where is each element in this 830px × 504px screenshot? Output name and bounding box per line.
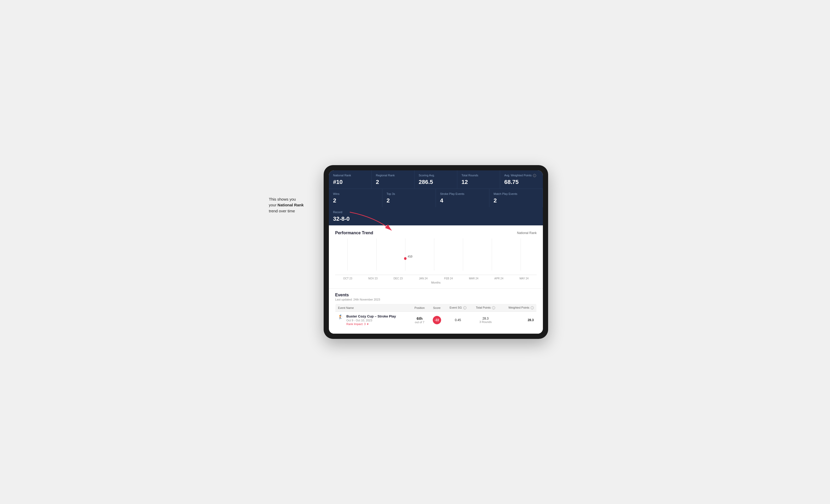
events-table-body: 🏌 Buster Cozy Cup – Stroke Play Oct 9 - … (336, 312, 537, 329)
annotation-line1: This shows you (269, 197, 296, 201)
stats-row-1: National Rank #10 Regional Rank 2 Scorin… (329, 170, 543, 189)
score-cell: -22 (429, 312, 445, 329)
month-oct23: OCT 23 (335, 277, 360, 280)
event-info: Buster Cozy Cup – Stroke Play Oct 9 - Oc… (346, 314, 396, 326)
annotation: This shows you your National Rank trend … (269, 196, 321, 214)
stat-scoring-avg: Scoring Avg. 286.5 (414, 170, 457, 189)
month-dec23: DEC 23 (385, 277, 411, 280)
chart-container: #10 (335, 238, 537, 275)
event-sg-cell: 0.45 (445, 312, 471, 329)
info-icon-sg: i (463, 306, 467, 309)
stat-match-play-events: Match Play Events 2 (489, 189, 543, 207)
annotation-line2: your (269, 203, 278, 207)
stat-top3s: Top 3s 2 (382, 189, 436, 207)
events-title: Events (335, 293, 537, 297)
event-date: Oct 9 - Oct 10, 2023 (346, 319, 396, 322)
col-event-sg: Event SG i (445, 304, 471, 312)
col-position: Position (411, 304, 429, 312)
section-title: Performance Trend (335, 231, 373, 235)
col-total-points: Total Points i (471, 304, 500, 312)
chart-months: OCT 23 NOV 23 DEC 23 JAN 24 FEB 24 MAR 2… (335, 276, 537, 280)
content-area: Performance Trend National Rank (329, 225, 543, 334)
annotation-highlight: National Rank (278, 203, 304, 207)
svg-point-8 (404, 257, 407, 260)
position-sub: out of 7 (413, 321, 426, 324)
month-may24: MAY 24 (512, 277, 537, 280)
month-apr24: APR 24 (486, 277, 512, 280)
stats-row-2: Wins 2 Top 3s 2 Stroke Play Events 4 Mat… (329, 189, 543, 226)
weighted-points-value: 28.3 (528, 318, 534, 322)
event-icon: 🏌 (338, 314, 343, 319)
tablet-screen: National Rank #10 Regional Rank 2 Scorin… (329, 170, 543, 334)
annotation-line3: trend over time (269, 209, 295, 213)
score-badge: -22 (433, 316, 441, 324)
position-cell: 6th out of 7 (411, 312, 429, 329)
performance-trend-section: Performance Trend National Rank (335, 231, 537, 284)
chart-label: National Rank (517, 231, 537, 235)
rank-impact-arrow: ▼ (366, 323, 369, 326)
event-name-cell: 🏌 Buster Cozy Cup – Stroke Play Oct 9 - … (336, 312, 411, 329)
stat-record: Record 32-8-0 (329, 207, 382, 225)
x-axis-label: Months (335, 281, 537, 284)
stat-regional-rank: Regional Rank 2 (372, 170, 414, 189)
total-points-rounds: 3 Rounds (474, 321, 498, 324)
events-table: Event Name Position Score Event SG i Tot… (335, 304, 537, 329)
section-divider (329, 288, 543, 289)
events-header-row: Event Name Position Score Event SG i Tot… (336, 304, 537, 312)
svg-text:#10: #10 (408, 255, 412, 258)
total-points-value: 28.3 (474, 317, 498, 321)
events-last-updated: Last updated: 24th November 2023 (335, 298, 537, 301)
month-feb24: FEB 24 (436, 277, 461, 280)
month-mar24: MAR 24 (461, 277, 486, 280)
chart-svg: #10 (335, 238, 537, 275)
weighted-points-cell: 28.3 (500, 312, 537, 329)
rank-impact: Rank Impact: 3 ▼ (346, 323, 396, 326)
page-wrapper: This shows you your National Rank trend … (272, 165, 558, 339)
position-main: 6th (413, 316, 426, 321)
total-points-cell: 28.3 3 Rounds (471, 312, 500, 329)
event-name: Buster Cozy Cup – Stroke Play (346, 314, 396, 318)
tablet-frame: National Rank #10 Regional Rank 2 Scorin… (324, 165, 548, 339)
month-jan24: JAN 24 (411, 277, 436, 280)
month-nov23: NOV 23 (360, 277, 386, 280)
col-weighted-points: Weighted Points i (500, 304, 537, 312)
stat-national-rank: National Rank #10 (329, 170, 372, 189)
event-cell-inner: 🏌 Buster Cozy Cup – Stroke Play Oct 9 - … (338, 314, 408, 326)
events-table-header: Event Name Position Score Event SG i Tot… (336, 304, 537, 312)
col-event-name: Event Name (336, 304, 411, 312)
stat-wins: Wins 2 (329, 189, 382, 207)
info-icon-avg-weighted: i (533, 174, 536, 177)
table-row: 🏌 Buster Cozy Cup – Stroke Play Oct 9 - … (336, 312, 537, 329)
stat-total-rounds: Total Rounds 12 (457, 170, 500, 189)
col-score: Score (429, 304, 445, 312)
info-icon-total: i (492, 306, 495, 309)
stat-avg-weighted-points: Avg. Weighted Points i 68.75 (500, 170, 543, 189)
section-header: Performance Trend National Rank (335, 231, 537, 235)
events-section: Events Last updated: 24th November 2023 … (335, 293, 537, 329)
info-icon-weighted: i (531, 306, 534, 309)
stat-stroke-play-events: Stroke Play Events 4 (436, 189, 489, 207)
